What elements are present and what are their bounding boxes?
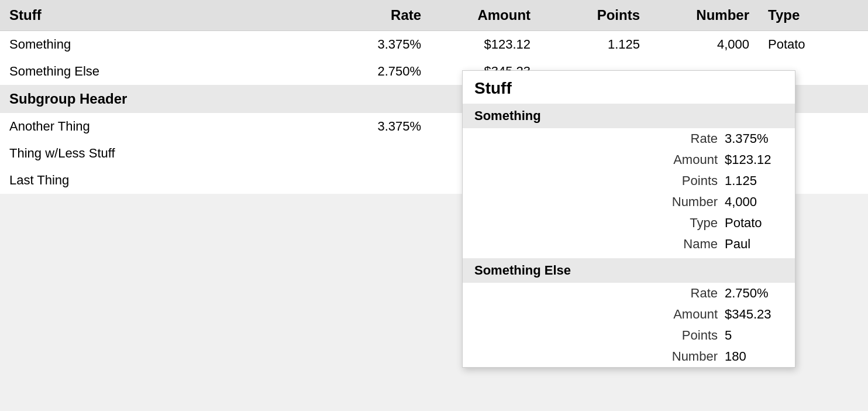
table-cell: Thing w/Less Stuff	[0, 140, 321, 167]
popup-detail-row: Rate2.750%	[463, 283, 795, 304]
popup-detail-label: Type	[665, 215, 718, 231]
table-row: Something3.375%$123.121.1254,000Potato	[0, 31, 868, 59]
table-cell: Something Else	[0, 58, 321, 85]
popup-detail-row: Number4,000	[463, 191, 795, 213]
popup-detail-row: Amount$123.12	[463, 149, 795, 170]
popup-detail-row: Points5	[463, 325, 795, 346]
popup-detail-value: Potato	[725, 215, 783, 231]
detail-popup: Stuff SomethingRate3.375%Amount$123.12Po…	[462, 70, 795, 368]
popup-detail-value: 3.375%	[725, 131, 783, 146]
col-header-points: Points	[540, 0, 649, 31]
popup-detail-value: 4,000	[725, 194, 783, 210]
popup-title: Stuff	[463, 71, 795, 104]
table-cell: Another Thing	[0, 113, 321, 140]
popup-detail-value: $345.23	[725, 307, 783, 322]
popup-detail-row: NamePaul	[463, 234, 795, 255]
table-cell	[321, 140, 430, 167]
table-cell: Potato	[759, 31, 868, 59]
col-header-stuff: Stuff	[0, 0, 321, 31]
popup-detail-label: Points	[665, 173, 718, 189]
table-cell: 3.375%	[321, 31, 430, 59]
col-header-amount: Amount	[430, 0, 540, 31]
popup-detail-label: Points	[665, 328, 718, 343]
table-cell: 4,000	[649, 31, 759, 59]
table-cell: 3.375%	[321, 113, 430, 140]
popup-detail-label: Number	[665, 349, 718, 364]
popup-detail-value: 180	[725, 349, 783, 364]
table-cell: $123.12	[430, 31, 540, 59]
popup-detail-row: Amount$345.23	[463, 304, 795, 325]
table-cell: Something	[0, 31, 321, 59]
popup-detail-row: Rate3.375%	[463, 128, 795, 149]
table-cell	[321, 167, 430, 194]
col-header-type: Type	[759, 0, 868, 31]
table-cell: Last Thing	[0, 167, 321, 194]
popup-detail-label: Rate	[665, 286, 718, 301]
popup-detail-label: Rate	[665, 131, 718, 146]
popup-detail-row: Number180	[463, 346, 795, 367]
popup-detail-value: Paul	[725, 237, 783, 252]
table-cell: 1.125	[540, 31, 649, 59]
col-header-number: Number	[649, 0, 759, 31]
popup-detail-label: Amount	[665, 307, 718, 322]
popup-detail-value: 2.750%	[725, 286, 783, 301]
table-header-row: Stuff Rate Amount Points Number Type	[0, 0, 868, 31]
table-cell: 2.750%	[321, 58, 430, 85]
popup-detail-value: 5	[725, 328, 783, 343]
popup-detail-label: Name	[665, 237, 718, 252]
popup-detail-label: Amount	[665, 152, 718, 167]
col-header-rate: Rate	[321, 0, 430, 31]
popup-section-header: Something Else	[463, 258, 795, 283]
popup-detail-row: TypePotato	[463, 213, 795, 234]
popup-detail-label: Number	[665, 194, 718, 210]
popup-detail-value: 1.125	[725, 173, 783, 189]
popup-detail-value: $123.12	[725, 152, 783, 167]
popup-section-header: Something	[463, 104, 795, 128]
popup-detail-row: Points1.125	[463, 170, 795, 191]
